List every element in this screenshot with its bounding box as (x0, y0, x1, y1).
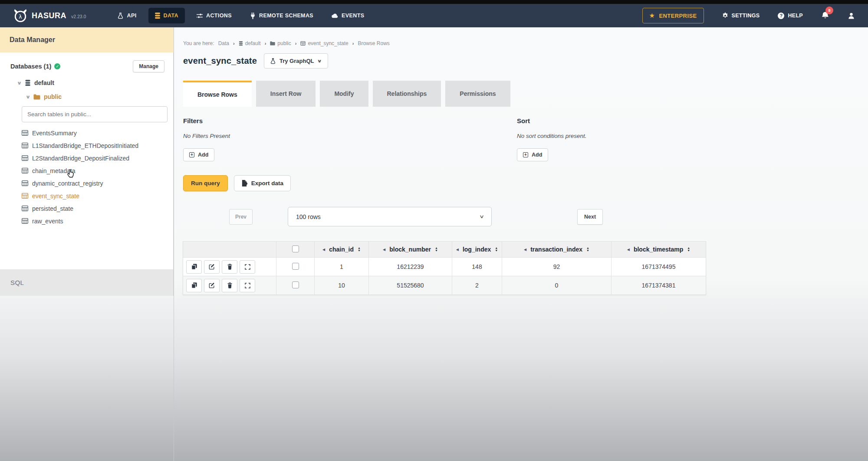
connected-check-icon: ✓ (54, 63, 60, 69)
brand-name: HASURA (32, 11, 66, 20)
clone-row-button[interactable] (186, 279, 202, 292)
clone-row-button[interactable] (186, 260, 202, 274)
column-header-transaction-index[interactable]: ◀transaction_index▲▼ (502, 242, 612, 258)
user-menu-button[interactable] (848, 12, 855, 20)
add-sort-button[interactable]: + Add (517, 148, 548, 161)
tab-insert-row[interactable]: Insert Row (256, 81, 316, 107)
row-checkbox[interactable] (292, 263, 299, 270)
page-size-select[interactable]: 100 rows ∨ (288, 207, 492, 226)
notifications-button[interactable]: 8 (821, 11, 829, 20)
sidebar-item-l2standardbridge[interactable]: L2StandardBridge_DepositFinalized (22, 152, 166, 164)
tree-node-default[interactable]: ∨ default (7, 79, 166, 86)
sort-section: Sort No sort conditions present. + Add (517, 117, 587, 161)
chevron-right-icon: › (295, 41, 297, 46)
top-navbar: λ HASURA v2.23.0 API DATA (0, 4, 868, 27)
tree-node-public[interactable]: ∨ public (7, 93, 166, 100)
sort-icon[interactable]: ▲▼ (358, 247, 361, 252)
expand-row-button[interactable] (240, 279, 255, 292)
settings-button[interactable]: SETTINGS (722, 13, 760, 19)
expand-row-button[interactable] (240, 260, 255, 274)
sort-title: Sort (517, 117, 587, 124)
breadcrumb-prefix: You are here: (183, 40, 214, 46)
breadcrumb-default[interactable]: default (239, 40, 261, 46)
database-icon (155, 13, 160, 19)
table-row: 1 16212239 148 92 1671374495 (183, 258, 706, 276)
nav-right: ★ ENTERPRISE SETTINGS ? HELP 8 (642, 8, 855, 23)
delete-row-button[interactable] (222, 279, 237, 292)
collapse-column-icon[interactable]: ◀ (524, 248, 526, 252)
tab-relationships[interactable]: Relationships (373, 81, 441, 107)
actions-header (183, 242, 276, 258)
tab-browse-rows[interactable]: Browse Rows (183, 81, 252, 107)
collapse-column-icon[interactable]: ◀ (383, 248, 385, 252)
sort-icon[interactable]: ▲▼ (586, 247, 589, 252)
folder-icon (270, 41, 275, 46)
sort-icon[interactable]: ▲▼ (495, 247, 498, 252)
hasura-brand[interactable]: λ HASURA v2.23.0 (13, 9, 86, 23)
sidebar-item-dynamic-contract-registry[interactable]: dynamic_contract_registry (22, 177, 166, 190)
column-header-chain-id[interactable]: ◀chain_id▲▼ (315, 242, 369, 258)
manage-button[interactable]: Manage (133, 60, 164, 72)
sidebar-item-raw-events[interactable]: raw_events (22, 215, 166, 227)
sort-icon[interactable]: ▲▼ (687, 247, 690, 252)
sidebar-item-persisted-state[interactable]: persisted_state (22, 202, 166, 215)
sidebar-item-chain-metadata[interactable]: chain_metadata (22, 164, 166, 177)
table-icon (22, 130, 28, 136)
sidebar-title: Data Manager (10, 36, 55, 44)
nav-item-api[interactable]: API (111, 8, 143, 24)
row-checkbox[interactable] (292, 281, 299, 288)
sort-empty-text: No sort conditions present. (517, 133, 587, 139)
tab-permissions[interactable]: Permissions (445, 81, 510, 107)
sidebar-item-l1standardbridge[interactable]: L1StandardBridge_ETHDepositInitiated (22, 139, 166, 152)
cell-block-number: 16212239 (369, 258, 452, 276)
edit-row-button[interactable] (204, 279, 220, 292)
chevron-down-icon[interactable]: ∨ (26, 94, 31, 100)
help-button[interactable]: ? HELP (778, 13, 803, 19)
column-header-log-index[interactable]: ◀log_index▲▼ (452, 242, 502, 258)
prev-page-button[interactable]: Prev (229, 209, 253, 225)
sidebar-item-event-sync-state[interactable]: event_sync_state (22, 190, 166, 202)
nav-item-events[interactable]: EVENTS (325, 8, 371, 23)
enterprise-button[interactable]: ★ ENTERPRISE (642, 8, 704, 23)
table-icon (22, 180, 28, 186)
select-all-checkbox[interactable] (292, 245, 299, 252)
cloud-icon (332, 13, 338, 18)
breadcrumb-public[interactable]: public (270, 40, 291, 46)
nav-item-actions[interactable]: ACTIONS (190, 8, 238, 23)
edit-row-button[interactable] (204, 260, 220, 274)
next-page-button[interactable]: Next (577, 209, 603, 225)
rows-table: ◀chain_id▲▼ ◀block_number▲▼ ◀log_index▲▼… (183, 241, 706, 295)
add-filter-button[interactable]: + Add (183, 148, 214, 161)
collapse-column-icon[interactable]: ◀ (456, 248, 459, 252)
delete-row-button[interactable] (222, 260, 237, 274)
copy-icon (191, 264, 197, 270)
table-icon (22, 143, 28, 148)
select-all-header (276, 242, 315, 258)
collapse-column-icon[interactable]: ◀ (322, 248, 325, 252)
tab-bar: Browse Rows Insert Row Modify Relationsh… (183, 81, 868, 107)
column-header-block-number[interactable]: ◀block_number▲▼ (369, 242, 452, 258)
chevron-down-icon[interactable]: ∨ (17, 80, 22, 86)
nav-item-remote-schemas[interactable]: REMOTE SCHEMAS (243, 8, 320, 24)
search-tables-input[interactable] (22, 106, 168, 122)
page-title: event_sync_state (183, 56, 257, 66)
cell-block-number: 51525680 (369, 276, 452, 295)
export-data-button[interactable]: Export data (234, 175, 291, 191)
try-graphql-button[interactable]: Try GraphQL ∨ (264, 53, 328, 69)
tab-modify[interactable]: Modify (320, 81, 368, 107)
cell-transaction-index: 0 (502, 276, 612, 295)
breadcrumb-data[interactable]: Data (218, 40, 229, 46)
sidebar-item-eventssummary[interactable]: EventsSummary (22, 127, 166, 139)
sort-icon[interactable]: ▲▼ (435, 247, 438, 252)
breadcrumb-event-sync-state[interactable]: event_sync_state (300, 40, 348, 46)
gear-icon (722, 13, 728, 19)
flask-icon (270, 58, 276, 64)
cell-block-timestamp: 1671374381 (612, 276, 706, 295)
export-icon (241, 180, 247, 186)
table-list: EventsSummary L1StandardBridge_ETHDeposi… (22, 127, 166, 227)
nav-item-data[interactable]: DATA (148, 8, 185, 23)
run-query-button[interactable]: Run query (183, 175, 228, 191)
collapse-column-icon[interactable]: ◀ (627, 248, 630, 252)
sql-section[interactable]: SQL (0, 269, 174, 296)
column-header-block-timestamp[interactable]: ◀block_timestamp▲▼ (612, 242, 706, 258)
